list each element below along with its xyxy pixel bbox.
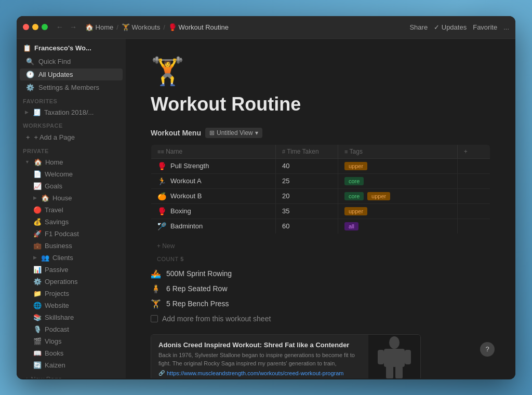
add-column-button[interactable]: +: [457, 144, 490, 158]
row-time-workout-b: 20: [276, 188, 338, 203]
sidebar-item-f1podcast[interactable]: 🚀 F1 Podcast: [19, 228, 124, 239]
workspace-label: WORKSPACE: [17, 118, 126, 131]
add-more-row[interactable]: Add more from this workout sheet: [151, 311, 490, 326]
chevron-icon: ▶: [33, 255, 37, 260]
share-button[interactable]: Share: [409, 23, 428, 31]
link-card-text: Adonis Creed Inspired Workout: Shred Fat…: [151, 335, 368, 378]
sidebar-item-clients[interactable]: ▶ 👥 Clients: [19, 252, 124, 263]
workout-table: ≡≡ Name # Time Taken ≡ Tags +: [151, 144, 490, 234]
checkbox[interactable]: [151, 315, 158, 322]
seated-row-icon: 🧍: [151, 284, 161, 294]
add-row-button[interactable]: + New: [151, 240, 490, 252]
sidebar-item-website[interactable]: 🌐 Website: [19, 300, 124, 311]
sidebar-item-goals[interactable]: 📈 Goals: [19, 181, 124, 192]
link-card-image: [368, 335, 420, 378]
sidebar-item-skillshare[interactable]: 📚 Skillshare: [19, 312, 124, 323]
row-tags-boxing: upper: [338, 203, 458, 219]
more-button[interactable]: ...: [503, 23, 509, 31]
list-item-rowing[interactable]: 🚣 500M Sprint Rowing: [151, 266, 490, 281]
breadcrumb-current[interactable]: 🥊 Workout Routine: [168, 23, 229, 31]
link-card-title: Adonis Creed Inspired Workout: Shred Fat…: [158, 341, 361, 349]
bench-press-icon: 🏋️: [151, 299, 161, 309]
workspace-header: 📋 Francesco's Wo...: [17, 39, 126, 55]
title-bar-actions: Share ✓ Updates Favorite ...: [409, 23, 509, 31]
list-item-bench-press[interactable]: 🏋️ 5 Rep Bench Press: [151, 296, 490, 311]
table-row[interactable]: 🥊 Pull Strength 40 upper: [151, 158, 490, 173]
help-button[interactable]: ?: [480, 342, 495, 357]
page-title: Workout Routine: [151, 93, 490, 115]
traffic-lights: [23, 24, 48, 30]
svg-rect-3: [405, 350, 411, 364]
quick-find-button[interactable]: 🔍 Quick Find: [20, 56, 123, 67]
col-name-header: ≡≡ Name: [151, 144, 276, 158]
row-name-workout-a: 🏃 Workout A: [151, 173, 276, 188]
row-time-workout-a: 25: [276, 173, 338, 188]
col-time-header: # Time Taken: [276, 144, 338, 158]
row-time-boxing: 35: [276, 203, 338, 219]
sidebar-item-operations[interactable]: ⚙️ Operations: [19, 276, 124, 287]
breadcrumb-workouts[interactable]: 🏋️ Workouts: [122, 23, 160, 31]
row-count: COUNT 5: [151, 254, 490, 266]
minimize-button[interactable]: [32, 24, 38, 30]
table-icon: ⊞: [209, 129, 215, 137]
sidebar-item-projects[interactable]: 📁 Projects: [19, 288, 124, 299]
sidebar-item-books[interactable]: 📖 Books: [19, 348, 124, 359]
table-row[interactable]: 🏸 Badminton 60 all: [151, 219, 490, 234]
new-page-button[interactable]: + New Page: [19, 373, 124, 378]
workspace-name: 📋 Francesco's Wo...: [23, 44, 91, 52]
clock-icon: 🕐: [26, 71, 34, 78]
link-card[interactable]: Adonis Creed Inspired Workout: Shred Fat…: [151, 334, 421, 378]
sidebar-item-house[interactable]: ▶ 🏠 House: [19, 193, 124, 203]
col-tags-header: ≡ Tags: [338, 144, 458, 158]
tag-all: all: [344, 222, 358, 230]
database-title: Workout Menu: [151, 129, 201, 137]
gear-icon: ⚙️: [26, 84, 34, 91]
all-updates-button[interactable]: 🕐 All Updates: [20, 69, 123, 80]
sidebar-item-taxation[interactable]: ▶ 🧾 Taxation 2018/...: [19, 107, 124, 118]
sidebar-item-business[interactable]: 💼 Business: [19, 240, 124, 251]
title-bar: ← → 🏠 Home / 🏋️ Workouts / 🥊 Workout Rou…: [17, 16, 515, 39]
sidebar-item-vlogs[interactable]: 🎬 Vlogs: [19, 336, 124, 347]
row-tags-pull-strength: upper: [338, 158, 458, 173]
link-card-url[interactable]: 🔗 https://www.muscleandstrength.com/work…: [158, 370, 361, 376]
chevron-icon: ▶: [33, 195, 37, 200]
rowing-icon: 🚣: [151, 269, 161, 279]
row-tags-workout-a: core: [338, 173, 458, 188]
forward-arrow[interactable]: →: [68, 22, 79, 32]
add-page-button[interactable]: + + Add a Page: [20, 131, 123, 143]
list-item-seated-row[interactable]: 🧍 6 Rep Seated Row: [151, 281, 490, 296]
favorites-label: FAVORITES: [17, 94, 126, 106]
svg-rect-1: [384, 349, 405, 367]
settings-button[interactable]: ⚙️ Settings & Members: [20, 81, 123, 93]
tag-upper: upper: [367, 192, 390, 200]
svg-rect-4: [386, 365, 393, 378]
search-icon: 🔍: [26, 58, 34, 65]
sidebar-item-travel[interactable]: 🔴 Travel: [19, 205, 124, 215]
table-row[interactable]: 🍊 Workout B 20 core upper: [151, 188, 490, 203]
table-row[interactable]: 🥊 Boxing 35 upper: [151, 203, 490, 219]
svg-rect-2: [378, 350, 384, 364]
row-tags-badminton: all: [338, 219, 458, 234]
sidebar-item-home[interactable]: ▼ 🏠 Home: [19, 157, 124, 168]
close-button[interactable]: [23, 24, 29, 30]
view-selector[interactable]: ⊞ Untitled View ▾: [205, 128, 262, 138]
sidebar-item-passive[interactable]: 📊 Passive: [19, 264, 124, 275]
breadcrumb-home[interactable]: 🏠 Home: [85, 23, 113, 31]
row-name-workout-b: 🍊 Workout B: [151, 188, 276, 203]
favorite-button[interactable]: Favorite: [473, 23, 497, 31]
table-row[interactable]: 🏃 Workout A 25 core: [151, 173, 490, 188]
sidebar: 📋 Francesco's Wo... 🔍 Quick Find 🕐 All U…: [17, 39, 126, 378]
main-content: 📋 Francesco's Wo... 🔍 Quick Find 🕐 All U…: [17, 39, 515, 378]
page-content: 🏋️ Workout Routine Workout Menu ⊞ Untitl…: [126, 39, 515, 378]
sidebar-item-podcast[interactable]: 🎙️ Podcast: [19, 324, 124, 335]
svg-point-0: [389, 336, 400, 349]
back-arrow[interactable]: ←: [54, 22, 65, 32]
updates-button[interactable]: ✓ Updates: [434, 23, 467, 31]
row-time-pull-strength: 40: [276, 158, 338, 173]
row-name-pull-strength: 🥊 Pull Strength: [151, 158, 276, 173]
fullscreen-button[interactable]: [42, 24, 48, 30]
sidebar-item-welcome[interactable]: 📄 Welcome: [19, 169, 124, 180]
sidebar-item-kaizen[interactable]: 🔄 Kaizen: [19, 360, 124, 371]
chevron-icon: ▶: [25, 110, 29, 115]
sidebar-item-savings[interactable]: 💰 Savings: [19, 216, 124, 227]
